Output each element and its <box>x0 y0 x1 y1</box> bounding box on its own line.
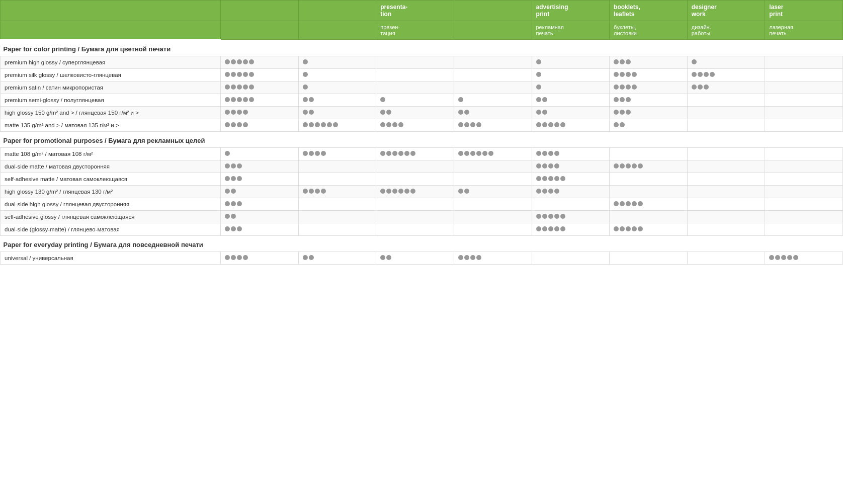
dots-cell-4 <box>532 223 610 235</box>
dot <box>542 189 547 194</box>
dot <box>458 97 463 102</box>
dots-cell-7 <box>765 119 843 131</box>
dot <box>464 151 469 156</box>
dots-cell-1 <box>298 119 376 131</box>
dot <box>410 151 415 156</box>
dots-cell-1 <box>298 94 376 106</box>
dots-cell-6 <box>687 160 765 173</box>
paper-name-cell: dual-side matte / матовая двусторонняя <box>1 160 221 173</box>
dot <box>554 151 559 156</box>
dots-cell-6 <box>687 173 765 185</box>
dots-cell-7 <box>765 94 843 106</box>
dot <box>542 214 547 219</box>
dot <box>404 189 409 194</box>
dot <box>231 201 236 206</box>
table-row: matte 108 g/m² / матовая 108 г/м² <box>1 147 843 160</box>
dot <box>554 176 559 181</box>
dot <box>303 151 308 156</box>
dot <box>710 72 715 77</box>
dot <box>386 151 391 156</box>
dot <box>626 72 631 77</box>
table-row: dual-side high glossy / глянцевая двусто… <box>1 198 843 210</box>
dots-cell-2 <box>376 56 454 68</box>
dots-cell-7 <box>765 68 843 81</box>
header-booklets-en: booklets,leaflets <box>610 1 688 21</box>
dot <box>231 122 236 127</box>
dot <box>303 122 308 127</box>
header-designer-ru: дизайн.работы <box>687 21 765 40</box>
dots-cell-1 <box>298 56 376 68</box>
dot <box>225 97 230 102</box>
dots-cell-6 <box>687 185 765 198</box>
dots-cell-2 <box>376 251 454 264</box>
dot <box>698 72 703 77</box>
header-type-en <box>1 1 221 21</box>
dot <box>560 122 565 127</box>
dot <box>626 163 631 169</box>
dot <box>303 72 308 77</box>
dot <box>548 176 553 181</box>
table-row: matte 135 g/m² and > / матовая 135 г/м² … <box>1 119 843 131</box>
table-row: high glossy 130 g/m² / глянцевая 130 г/м… <box>1 185 843 198</box>
header-designer-en: designerwork <box>687 1 765 21</box>
dot <box>404 151 409 156</box>
dots-cell-2 <box>376 210 454 223</box>
dot <box>398 189 403 194</box>
dots-cell-7 <box>765 198 843 210</box>
dot <box>476 255 481 260</box>
dot <box>560 214 565 219</box>
dots-cell-4 <box>532 210 610 223</box>
header-advertising-en: advertisingprint <box>532 1 610 21</box>
dot <box>380 189 385 194</box>
dot <box>243 59 248 64</box>
dot <box>303 85 308 90</box>
dot <box>321 122 326 127</box>
dot <box>458 151 463 156</box>
dot <box>548 189 553 194</box>
dot <box>554 189 559 194</box>
dots-cell-3 <box>454 160 532 173</box>
dots-cell-0 <box>221 147 299 160</box>
dot <box>237 176 242 181</box>
header-type-ru <box>1 21 221 40</box>
dots-cell-6 <box>687 94 765 106</box>
dot <box>225 110 230 115</box>
dot <box>231 163 236 169</box>
dot <box>237 201 242 206</box>
table-row: premium silk glossy / шелковисто-глянцев… <box>1 68 843 81</box>
dot <box>548 226 553 231</box>
dots-cell-5 <box>610 185 688 198</box>
dot <box>488 151 493 156</box>
dot <box>380 255 385 260</box>
dots-cell-2 <box>376 81 454 94</box>
dot <box>626 59 631 64</box>
dot <box>548 214 553 219</box>
dot <box>231 176 236 181</box>
dots-cell-5 <box>610 94 688 106</box>
dot <box>380 110 385 115</box>
dot <box>237 255 242 260</box>
dots-cell-7 <box>765 173 843 185</box>
dot <box>225 72 230 77</box>
dot <box>614 97 619 102</box>
dot <box>309 189 314 194</box>
dots-cell-5 <box>610 173 688 185</box>
dots-cell-7 <box>765 56 843 68</box>
dots-cell-1 <box>298 223 376 235</box>
dot <box>793 255 798 260</box>
dot <box>309 97 314 102</box>
dot <box>620 72 625 77</box>
dot <box>243 72 248 77</box>
dots-cell-5 <box>610 160 688 173</box>
paper-name-cell: premium silk glossy / шелковисто-глянцев… <box>1 68 221 81</box>
header-row-english: presenta-tion advertisingprint booklets,… <box>1 1 843 21</box>
dot <box>392 151 397 156</box>
dot <box>536 85 541 90</box>
dots-cell-3 <box>454 81 532 94</box>
dot <box>237 97 242 102</box>
dot <box>626 85 631 90</box>
header-presentation-en: presenta-tion <box>376 1 454 21</box>
dots-cell-5 <box>610 198 688 210</box>
dot <box>536 110 541 115</box>
header-row-russian: презен-тация рекламнаяпечать буклеты,лис… <box>1 21 843 40</box>
